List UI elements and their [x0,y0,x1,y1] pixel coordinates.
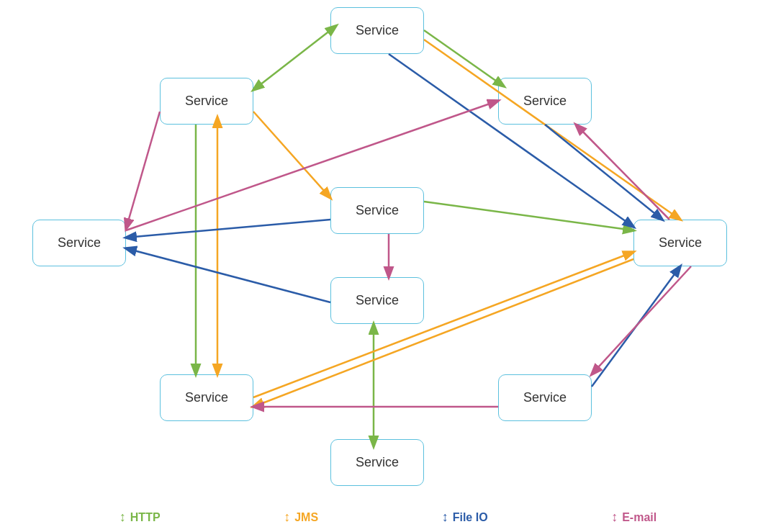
service-center: Service [330,187,424,234]
svg-line-6 [424,40,680,220]
legend-http-label: HTTP [130,511,161,524]
legend-email-arrow: ↕ [611,510,618,525]
service-top: Service [330,7,424,54]
legend-fileio: ↕ File IO [442,510,488,525]
svg-line-18 [126,112,160,229]
service-mid-center: Service [330,277,424,324]
service-right: Service [633,220,727,266]
svg-line-13 [545,125,662,220]
service-bottom: Service [330,439,424,486]
svg-line-12 [126,248,330,302]
service-left: Service [32,220,126,266]
service-bot-left: Service [160,374,253,421]
service-top-right: Service [498,78,592,125]
service-mid-left: Service [160,78,253,125]
legend-http: ↕ HTTP [119,510,161,525]
svg-line-20 [592,266,691,374]
svg-line-11 [126,220,330,238]
svg-line-3 [424,202,633,230]
svg-line-16 [576,125,669,220]
legend-jms-label: JMS [294,511,318,524]
svg-line-7 [253,112,330,198]
svg-line-14 [592,266,680,387]
svg-line-0 [253,30,330,90]
legend-fileio-label: File IO [453,511,488,524]
legend-fileio-arrow: ↕ [442,510,448,525]
legend: ↕ HTTP ↕ JMS ↕ File IO ↕ E-mail [0,510,776,525]
legend-jms-arrow: ↕ [284,510,290,525]
legend-email-label: E-mail [622,511,657,524]
legend-http-arrow: ↕ [119,510,126,525]
legend-jms: ↕ JMS [284,510,318,525]
svg-line-1 [424,30,504,86]
diagram-container: Service Service Service Service Service … [0,0,776,497]
legend-email: ↕ E-mail [611,510,657,525]
service-bot-right: Service [498,374,592,421]
